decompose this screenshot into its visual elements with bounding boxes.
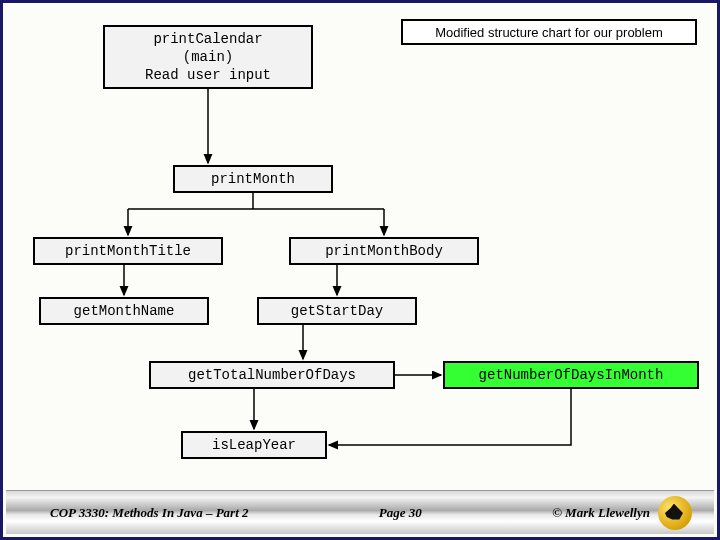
node-printCalendar: printCalendar (main) Read user input	[103, 25, 313, 89]
node-getNumberOfDaysInMonth: getNumberOfDaysInMonth	[443, 361, 699, 389]
footer-page: Page 30	[379, 505, 422, 521]
diagram-title-box: Modified structure chart for our problem	[401, 19, 697, 45]
node-text: Read user input	[145, 66, 271, 84]
node-printMonthBody: printMonthBody	[289, 237, 479, 265]
node-printMonth: printMonth	[173, 165, 333, 193]
node-printMonthTitle: printMonthTitle	[33, 237, 223, 265]
footer-course: COP 3330: Methods In Java – Part 2	[50, 505, 249, 521]
node-text: printMonth	[211, 170, 295, 188]
node-getTotalNumberOfDays: getTotalNumberOfDays	[149, 361, 395, 389]
node-text: printMonthTitle	[65, 242, 191, 260]
footer-author: © Mark Llewellyn	[552, 505, 650, 521]
node-isLeapYear: isLeapYear	[181, 431, 327, 459]
diagram-title: Modified structure chart for our problem	[435, 25, 663, 40]
ucf-pegasus-icon	[658, 496, 692, 530]
node-text: printCalendar	[153, 30, 262, 48]
node-text: getTotalNumberOfDays	[188, 366, 356, 384]
node-text: isLeapYear	[212, 436, 296, 454]
node-text: getMonthName	[74, 302, 175, 320]
node-text: printMonthBody	[325, 242, 443, 260]
node-text: (main)	[183, 48, 233, 66]
node-getStartDay: getStartDay	[257, 297, 417, 325]
slide-footer: COP 3330: Methods In Java – Part 2 Page …	[6, 490, 714, 534]
node-text: getStartDay	[291, 302, 383, 320]
node-text: getNumberOfDaysInMonth	[479, 366, 664, 384]
diagram-canvas: Modified structure chart for our problem…	[3, 3, 717, 493]
node-getMonthName: getMonthName	[39, 297, 209, 325]
